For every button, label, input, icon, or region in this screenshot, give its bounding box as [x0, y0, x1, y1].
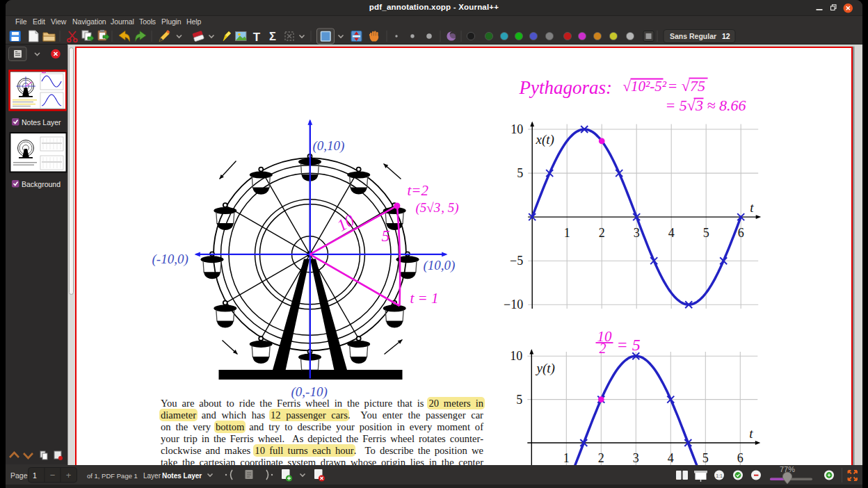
svg-text:Sans Regular: Sans Regular [670, 32, 716, 40]
svg-text:3: 3 [632, 450, 638, 464]
svg-text:= 5: = 5 [616, 335, 640, 353]
svg-text:4: 4 [667, 450, 673, 464]
svg-text:5: 5 [516, 392, 522, 406]
svg-text:Pythagoras:: Pythagoras: [518, 76, 611, 97]
svg-text:−5: −5 [510, 254, 523, 268]
svg-text:10: 10 [510, 349, 522, 363]
svg-text:1: 1 [563, 225, 570, 239]
svg-text:1:1: 1:1 [716, 473, 723, 478]
svg-text:t=2: t=2 [407, 181, 428, 198]
svg-text:10: 10 [511, 122, 523, 136]
svg-text:of 1, PDF Page 1: of 1, PDF Page 1 [87, 472, 138, 480]
svg-text:5: 5 [517, 166, 523, 180]
svg-text:2: 2 [598, 225, 604, 239]
svg-text:(-10,0): (-10,0) [152, 251, 188, 266]
svg-text:= 5√3 ≈ 8.66: = 5√3 ≈ 8.66 [665, 96, 746, 113]
svg-text:t: t [749, 426, 753, 441]
svg-text:6: 6 [737, 450, 743, 464]
svg-text:−10: −10 [504, 298, 523, 311]
svg-text:Background: Background [22, 180, 61, 188]
svg-text:1: 1 [33, 471, 37, 480]
svg-text:√10²-5²: √10²-5² [622, 77, 666, 94]
svg-text:−: − [50, 470, 56, 480]
svg-text:= √75: = √75 [667, 76, 705, 94]
svg-text:t = 1: t = 1 [410, 289, 438, 306]
svg-text:1: 1 [563, 450, 569, 464]
svg-text:5: 5 [702, 450, 708, 464]
svg-text:(0,10): (0,10) [312, 138, 344, 153]
svg-text:x(t): x(t) [535, 131, 554, 147]
svg-text:Σ: Σ [269, 30, 276, 42]
svg-text:2: 2 [597, 450, 604, 464]
svg-text:5: 5 [702, 225, 709, 239]
svg-text:+: + [66, 470, 72, 480]
svg-text:Notes Layer: Notes Layer [22, 118, 61, 127]
svg-text:(10,0): (10,0) [423, 257, 455, 273]
svg-text:3: 3 [633, 225, 639, 239]
svg-text:T: T [253, 31, 261, 44]
svg-text:6: 6 [737, 225, 744, 239]
svg-text:(5√3, 5): (5√3, 5) [415, 200, 458, 215]
svg-text:Layer: Layer [143, 472, 161, 480]
svg-text:Page: Page [10, 471, 28, 480]
svg-text:5: 5 [381, 226, 389, 244]
svg-text:4: 4 [668, 225, 674, 239]
svg-text:y(t): y(t) [535, 360, 554, 375]
svg-text:(0,-10): (0,-10) [291, 384, 327, 399]
svg-text:12: 12 [722, 32, 730, 40]
svg-text:t: t [750, 200, 754, 215]
svg-text:Notes Layer: Notes Layer [162, 472, 202, 480]
